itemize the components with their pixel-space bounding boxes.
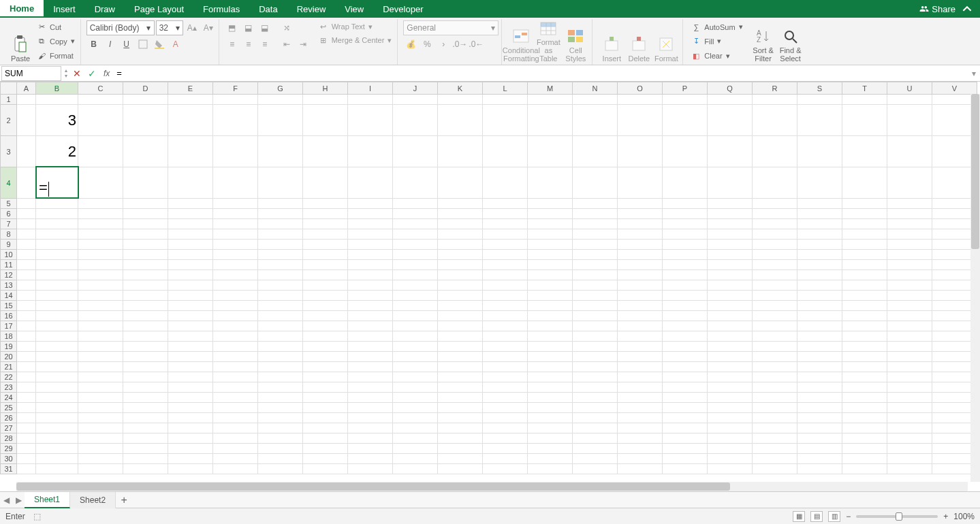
cell-H7[interactable] — [303, 219, 348, 229]
cell-I24[interactable] — [348, 393, 393, 403]
cell-O20[interactable] — [618, 352, 663, 362]
column-header-H[interactable]: H — [303, 82, 348, 95]
cell-C8[interactable] — [78, 229, 123, 240]
cell-D24[interactable] — [123, 393, 168, 403]
row-header-18[interactable]: 18 — [1, 331, 17, 342]
cell-S5[interactable] — [797, 199, 842, 209]
cell-E21[interactable] — [168, 362, 213, 372]
cell-M26[interactable] — [528, 413, 573, 423]
cell-G15[interactable] — [258, 301, 303, 311]
cell-T20[interactable] — [842, 352, 887, 362]
menu-tab-page-layout[interactable]: Page Layout — [125, 0, 193, 18]
cell-P21[interactable] — [663, 362, 708, 372]
cell-E6[interactable] — [168, 209, 213, 219]
cell-S18[interactable] — [797, 331, 842, 342]
cell-N16[interactable] — [573, 311, 618, 321]
cell-M2[interactable] — [528, 105, 573, 136]
cell-F8[interactable] — [213, 229, 258, 240]
cell-I14[interactable] — [348, 291, 393, 301]
vertical-scrollbar[interactable] — [970, 94, 980, 482]
cell-N21[interactable] — [573, 362, 618, 372]
cell-H24[interactable] — [303, 393, 348, 403]
cell-H22[interactable] — [303, 372, 348, 382]
cell-M3[interactable] — [528, 136, 573, 167]
cell-O31[interactable] — [618, 464, 663, 474]
cell-K17[interactable] — [438, 321, 483, 331]
formula-input[interactable] — [114, 68, 968, 78]
cell-I4[interactable] — [348, 167, 393, 199]
cell-T27[interactable] — [842, 423, 887, 433]
cell-R14[interactable] — [753, 291, 797, 301]
cell-O17[interactable] — [618, 321, 663, 331]
cell-D3[interactable] — [123, 136, 168, 167]
cell-G3[interactable] — [258, 136, 303, 167]
cell-S30[interactable] — [797, 454, 842, 464]
cell-M11[interactable] — [528, 260, 573, 270]
cell-K28[interactable] — [438, 433, 483, 444]
cell-A4[interactable] — [17, 167, 36, 199]
cell-G28[interactable] — [258, 433, 303, 444]
cell-R6[interactable] — [753, 209, 797, 219]
cell-U19[interactable] — [887, 342, 932, 352]
cell-C13[interactable] — [78, 280, 123, 291]
cell-L3[interactable] — [483, 136, 528, 167]
cell-I12[interactable] — [348, 270, 393, 280]
align-top-button[interactable]: ⬒ — [225, 20, 240, 35]
cell-G31[interactable] — [258, 464, 303, 474]
cell-C17[interactable] — [78, 321, 123, 331]
column-header-J[interactable]: J — [393, 82, 438, 95]
cell-T31[interactable] — [842, 464, 887, 474]
row-header-3[interactable]: 3 — [1, 136, 17, 167]
cell-C9[interactable] — [78, 240, 123, 250]
cell-H17[interactable] — [303, 321, 348, 331]
cell-R18[interactable] — [753, 331, 797, 342]
conditional-formatting-button[interactable]: Conditional Formatting — [507, 20, 535, 63]
cell-I15[interactable] — [348, 301, 393, 311]
cell-E8[interactable] — [168, 229, 213, 240]
cell-R27[interactable] — [753, 423, 797, 433]
cell-P13[interactable] — [663, 280, 708, 291]
cell-L10[interactable] — [483, 250, 528, 260]
column-header-B[interactable]: B — [36, 82, 78, 95]
cell-S7[interactable] — [797, 219, 842, 229]
cell-I9[interactable] — [348, 240, 393, 250]
copy-button[interactable]: ⧉Copy▾ — [34, 35, 78, 48]
cell-K31[interactable] — [438, 464, 483, 474]
column-header-K[interactable]: K — [438, 82, 483, 95]
cell-A27[interactable] — [17, 423, 36, 433]
currency-button[interactable]: 💰 — [403, 37, 418, 52]
cell-I26[interactable] — [348, 413, 393, 423]
fill-color-button[interactable] — [152, 37, 167, 52]
cell-C31[interactable] — [78, 464, 123, 474]
cell-R26[interactable] — [753, 413, 797, 423]
cell-N15[interactable] — [573, 301, 618, 311]
cell-D21[interactable] — [123, 362, 168, 372]
cell-E4[interactable] — [168, 167, 213, 199]
zoom-slider[interactable] — [856, 515, 938, 518]
cell-A9[interactable] — [17, 240, 36, 250]
column-header-O[interactable]: O — [618, 82, 663, 95]
cell-B13[interactable] — [36, 280, 78, 291]
cell-M16[interactable] — [528, 311, 573, 321]
cell-S11[interactable] — [797, 260, 842, 270]
cell-J1[interactable] — [393, 95, 438, 105]
cell-P3[interactable] — [663, 136, 708, 167]
cell-C30[interactable] — [78, 454, 123, 464]
cut-button[interactable]: ✂Cut — [34, 21, 78, 33]
row-header-4[interactable]: 4 — [1, 167, 17, 199]
cell-O23[interactable] — [618, 382, 663, 393]
row-header-24[interactable]: 24 — [1, 393, 17, 403]
cell-R1[interactable] — [753, 95, 797, 105]
align-middle-button[interactable]: ⬓ — [241, 20, 256, 35]
number-format-combo[interactable]: ▾ — [403, 20, 499, 35]
cell-P29[interactable] — [663, 444, 708, 454]
accept-formula-button[interactable]: ✓ — [84, 68, 99, 79]
cell-P2[interactable] — [663, 105, 708, 136]
cell-Q5[interactable] — [708, 199, 753, 209]
cell-A20[interactable] — [17, 352, 36, 362]
cell-T1[interactable] — [842, 95, 887, 105]
cell-D31[interactable] — [123, 464, 168, 474]
cell-E14[interactable] — [168, 291, 213, 301]
cell-U4[interactable] — [887, 167, 932, 199]
cell-T15[interactable] — [842, 301, 887, 311]
